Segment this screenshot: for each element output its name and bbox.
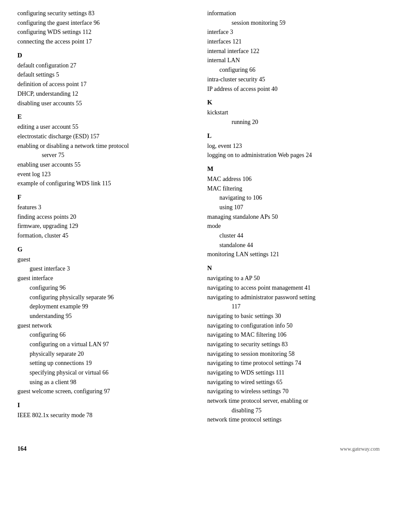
page-content: configuring security settings 83configur… <box>17 9 380 428</box>
index-section: Ddefault configuration 27default setting… <box>17 52 190 108</box>
index-entry: guest <box>17 255 190 264</box>
index-entry: IEEE 802.1x security mode 78 <box>17 411 190 420</box>
index-entry: finding access points 20 <box>17 212 190 222</box>
index-entry: logging on to administration Web pages 2… <box>207 151 380 160</box>
section-header: I <box>17 402 190 409</box>
index-entry: log, event 123 <box>207 141 380 151</box>
index-section: MMAC address 106MAC filteringnavigating … <box>207 165 380 259</box>
index-entry: understanding 95 <box>17 311 190 321</box>
index-entry: information <box>207 9 380 18</box>
section-header: F <box>17 194 190 201</box>
index-entry: guest welcome screen, configuring 97 <box>17 387 190 396</box>
index-entry: navigating to session monitoring 58 <box>207 349 380 359</box>
index-entry: disabling user accounts 55 <box>17 99 190 108</box>
index-entry: kickstart <box>207 108 380 117</box>
index-entry: network time protocol settings <box>207 415 380 425</box>
section-header: N <box>207 264 380 272</box>
index-entry: connecting the access point 17 <box>17 37 190 47</box>
index-entry: navigating to a AP 50 <box>207 274 380 283</box>
index-entry: configuring security settings 83 <box>17 9 190 18</box>
index-entry: navigating to MAC filtering 106 <box>207 330 380 340</box>
index-entry: event log 123 <box>17 170 190 179</box>
index-entry: standalone 44 <box>207 241 380 250</box>
index-entry: setting up connections 19 <box>17 358 190 368</box>
index-entry: configuring the guest interface 96 <box>17 18 190 28</box>
index-entry: cluster 44 <box>207 231 380 241</box>
index-entry: enabling user accounts 55 <box>17 160 190 170</box>
index-entry: navigating to 106 <box>207 193 380 203</box>
index-entry: example of configuring WDS link 115 <box>17 179 190 188</box>
index-entry: navigating to access point management 41 <box>207 283 380 293</box>
section-header: G <box>17 246 190 253</box>
index-entry: enabling or disabling a network time pro… <box>17 141 190 151</box>
index-section: informationsession monitoring 59interfac… <box>207 9 380 94</box>
section-header: L <box>207 132 380 140</box>
index-entry: server 75 <box>17 151 190 160</box>
index-entry: monitoring LAN settings 121 <box>207 250 380 259</box>
index-entry: managing standalone APs 50 <box>207 212 380 222</box>
index-entry: configuring 66 <box>17 330 190 340</box>
index-entry: network time protocol server, enabling o… <box>207 396 380 406</box>
section-header: D <box>17 52 190 59</box>
section-header: M <box>207 165 380 173</box>
index-entry: default configuration 27 <box>17 61 190 70</box>
index-section: Kkickstartrunning 20 <box>207 99 380 127</box>
index-entry: navigating to basic settings 30 <box>207 311 380 321</box>
index-entry: formation, cluster 45 <box>17 231 190 241</box>
column-left: configuring security settings 83configur… <box>17 9 198 428</box>
index-entry: navigating to wired settings 65 <box>207 378 380 387</box>
index-entry: disabling 75 <box>207 406 380 415</box>
index-entry: navigating to security settings 83 <box>207 340 380 349</box>
index-section: IIEEE 802.1x security mode 78 <box>17 402 190 420</box>
index-entry: guest network <box>17 321 190 331</box>
index-entry: using 107 <box>207 203 380 212</box>
index-entry: firmware, upgrading 129 <box>17 221 190 231</box>
index-entry: navigating to WDS settings 111 <box>207 368 380 378</box>
index-entry: physically separate 20 <box>17 349 190 359</box>
index-entry: using as a client 98 <box>17 378 190 387</box>
index-section: Ffeatures 3finding access points 20firmw… <box>17 194 190 241</box>
index-entry: MAC address 106 <box>207 174 380 184</box>
index-entry: configuring on a virtual LAN 97 <box>17 340 190 349</box>
index-section: Nnavigating to a AP 50navigating to acce… <box>207 264 380 425</box>
index-entry: configuring 66 <box>207 65 380 75</box>
index-entry: navigating to administrator password set… <box>207 293 380 302</box>
index-entry: default settings 5 <box>17 70 190 80</box>
index-section: Llog, event 123logging on to administrat… <box>207 132 380 160</box>
index-entry: navigating to configuration info 50 <box>207 321 380 331</box>
index-section: configuring security settings 83configur… <box>17 9 190 47</box>
index-section: Gguestguest interface 3guest interfaceco… <box>17 246 190 396</box>
index-entry: session monitoring 59 <box>207 18 380 28</box>
index-entry: guest interface 3 <box>17 264 190 274</box>
section-header: E <box>17 113 190 120</box>
index-entry: editing a user account 55 <box>17 122 190 132</box>
index-entry: specifying physical or virtual 66 <box>17 368 190 378</box>
index-entry: navigating to time protocol settings 74 <box>207 358 380 368</box>
index-entry: DHCP, understanding 12 <box>17 89 190 99</box>
index-section: Eediting a user account 55electrostatic … <box>17 113 190 188</box>
index-entry: interface 3 <box>207 27 380 37</box>
index-entry: definition of access point 17 <box>17 80 190 89</box>
index-entry: internal LAN <box>207 56 380 65</box>
index-entry: internal interface 122 <box>207 47 380 56</box>
footer-url: www.gateway.com <box>340 446 380 452</box>
section-header: K <box>207 99 380 106</box>
index-entry: configuring physically separate 96 <box>17 293 190 302</box>
index-entry: deployment example 99 <box>17 302 190 311</box>
index-entry: 117 <box>207 302 380 311</box>
index-entry: MAC filtering <box>207 184 380 194</box>
index-entry: features 3 <box>17 203 190 212</box>
index-entry: electrostatic discharge (ESD) 157 <box>17 132 190 141</box>
index-entry: configuring WDS settings 112 <box>17 27 190 37</box>
page-number: 164 <box>17 445 27 452</box>
index-entry: navigating to wireless settings 70 <box>207 387 380 396</box>
index-entry: configuring 96 <box>17 283 190 293</box>
index-entry: running 20 <box>207 117 380 127</box>
index-entry: intra-cluster security 45 <box>207 75 380 84</box>
index-entry: IP address of access point 40 <box>207 84 380 94</box>
column-right: informationsession monitoring 59interfac… <box>198 9 380 428</box>
footer: 164 www.gateway.com <box>17 441 380 452</box>
index-entry: mode <box>207 221 380 231</box>
index-entry: interfaces 121 <box>207 37 380 47</box>
index-entry: guest interface <box>17 274 190 283</box>
